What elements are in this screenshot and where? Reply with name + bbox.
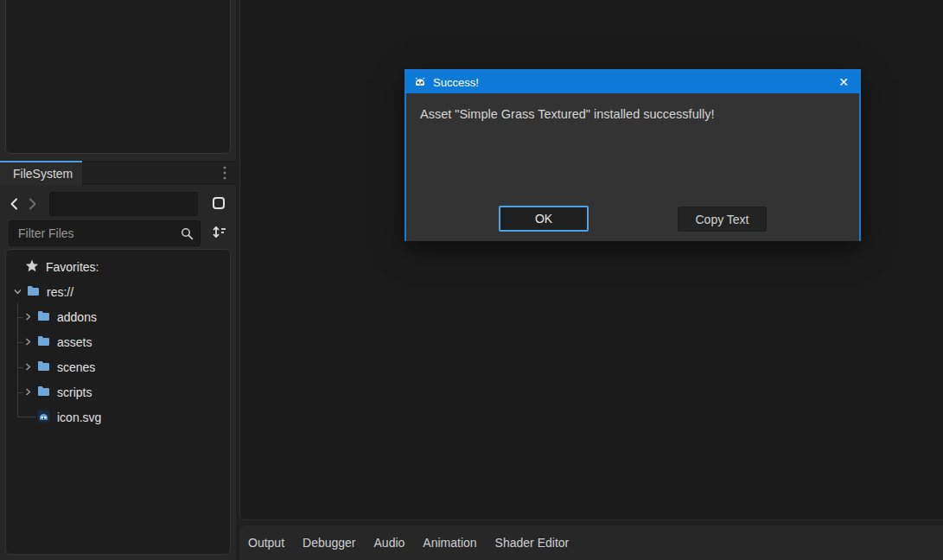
folder-icon [37,335,50,349]
folder-icon [37,310,50,324]
filesystem-nav-row [0,192,236,216]
tree-item-label: Favorites: [46,260,99,274]
bottom-tab-output[interactable]: Output [239,525,293,560]
bottom-tab-audio[interactable]: Audio [366,525,414,560]
filesystem-tab-bar: FileSystem [0,161,236,185]
ok-button[interactable]: OK [499,206,589,232]
filter-files-input[interactable] [10,221,200,245]
chevron-right-icon[interactable] [22,387,33,398]
tree-item-label: scripts [57,385,92,399]
chevron-down-icon[interactable] [12,287,22,297]
bottom-panel-bar: Output Debugger Audio Animation Shader E… [239,525,943,560]
dialog-title: Success! [433,76,479,89]
history-back-icon[interactable] [5,192,22,216]
tree-item-scenes[interactable]: scenes [6,354,230,379]
file-sort-button[interactable] [207,221,231,245]
tree-item-label: icon.svg [57,410,101,424]
chevron-right-icon[interactable] [22,337,33,347]
star-icon [25,259,39,275]
left-dock: FileSystem [0,0,236,560]
copy-text-button[interactable]: Copy Text [678,207,767,232]
tab-filesystem-label: FileSystem [13,167,73,181]
tree-item-favorites[interactable]: Favorites: [6,254,230,279]
toggle-split-mode-button[interactable] [207,192,231,216]
upper-dock-panel[interactable] [5,0,231,154]
close-icon[interactable]: ✕ [835,73,852,91]
godot-file-icon [37,410,50,425]
tree-item-res-root[interactable]: res:// [6,279,230,304]
dialog-titlebar[interactable]: Success! ✕ [406,71,859,93]
filesystem-tree: Favorites: res:// addons [5,249,231,555]
history-forward-icon[interactable] [24,192,41,216]
godot-logo-icon [413,74,427,90]
split-mode-icon [212,196,226,213]
chevron-right-icon[interactable] [22,312,33,322]
tree-item-label: scenes [57,360,95,374]
tree-item-addons[interactable]: addons [6,304,230,329]
folder-icon [27,285,40,299]
bottom-tab-shader-editor[interactable]: Shader Editor [487,525,578,560]
bottom-tab-animation[interactable]: Animation [414,525,485,560]
tree-item-icon-svg[interactable]: icon.svg [6,404,230,430]
tab-filesystem[interactable]: FileSystem [0,161,82,185]
current-path-input[interactable] [49,192,198,216]
folder-icon [37,385,50,399]
tree-item-scripts[interactable]: scripts [6,379,230,404]
search-icon [181,227,194,243]
folder-icon [37,360,50,374]
tree-item-label: assets [57,335,92,349]
dialog-body: Asset "Simple Grass Textured" installed … [406,93,859,241]
success-dialog: Success! ✕ Asset "Simple Grass Textured"… [405,69,861,241]
tree-item-assets[interactable]: assets [6,329,230,354]
sort-icon [212,226,226,241]
godot-editor-window: FileSystem [0,0,943,560]
filesystem-filter-row [0,220,236,246]
tree-item-label: res:// [47,285,73,299]
chevron-right-icon[interactable] [22,362,33,372]
tree-item-label: addons [57,310,97,324]
dialog-message: Asset "Simple Grass Textured" installed … [420,107,714,121]
dock-options-icon[interactable] [217,163,233,182]
bottom-tab-debugger[interactable]: Debugger [294,525,365,560]
